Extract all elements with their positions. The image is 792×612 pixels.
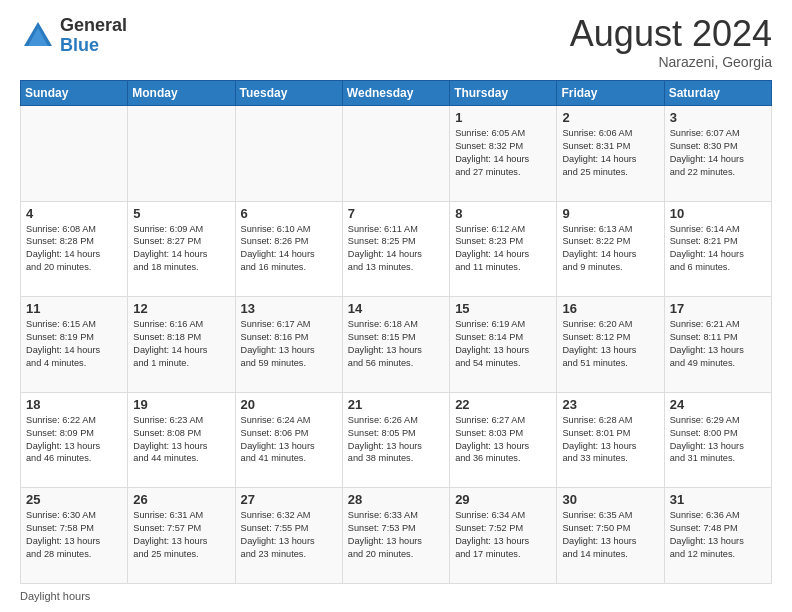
day-info: Sunrise: 6:27 AM Sunset: 8:03 PM Dayligh… xyxy=(455,414,551,466)
header: General Blue August 2024 Narazeni, Georg… xyxy=(20,16,772,70)
calendar-cell: 19Sunrise: 6:23 AM Sunset: 8:08 PM Dayli… xyxy=(128,392,235,488)
day-info: Sunrise: 6:34 AM Sunset: 7:52 PM Dayligh… xyxy=(455,509,551,561)
day-number: 26 xyxy=(133,492,229,507)
calendar-cell: 8Sunrise: 6:12 AM Sunset: 8:23 PM Daylig… xyxy=(450,201,557,297)
calendar-cell: 3Sunrise: 6:07 AM Sunset: 8:30 PM Daylig… xyxy=(664,106,771,202)
day-number: 30 xyxy=(562,492,658,507)
calendar-cell: 16Sunrise: 6:20 AM Sunset: 8:12 PM Dayli… xyxy=(557,297,664,393)
calendar-cell: 22Sunrise: 6:27 AM Sunset: 8:03 PM Dayli… xyxy=(450,392,557,488)
calendar-cell: 21Sunrise: 6:26 AM Sunset: 8:05 PM Dayli… xyxy=(342,392,449,488)
calendar-cell: 10Sunrise: 6:14 AM Sunset: 8:21 PM Dayli… xyxy=(664,201,771,297)
day-info: Sunrise: 6:31 AM Sunset: 7:57 PM Dayligh… xyxy=(133,509,229,561)
calendar-cell: 4Sunrise: 6:08 AM Sunset: 8:28 PM Daylig… xyxy=(21,201,128,297)
day-number: 23 xyxy=(562,397,658,412)
day-info: Sunrise: 6:29 AM Sunset: 8:00 PM Dayligh… xyxy=(670,414,766,466)
day-number: 6 xyxy=(241,206,337,221)
calendar-cell xyxy=(342,106,449,202)
calendar-week-row: 18Sunrise: 6:22 AM Sunset: 8:09 PM Dayli… xyxy=(21,392,772,488)
day-info: Sunrise: 6:12 AM Sunset: 8:23 PM Dayligh… xyxy=(455,223,551,275)
calendar-cell: 9Sunrise: 6:13 AM Sunset: 8:22 PM Daylig… xyxy=(557,201,664,297)
day-number: 13 xyxy=(241,301,337,316)
day-number: 11 xyxy=(26,301,122,316)
day-number: 15 xyxy=(455,301,551,316)
day-number: 2 xyxy=(562,110,658,125)
calendar-week-row: 4Sunrise: 6:08 AM Sunset: 8:28 PM Daylig… xyxy=(21,201,772,297)
day-number: 24 xyxy=(670,397,766,412)
calendar-cell: 28Sunrise: 6:33 AM Sunset: 7:53 PM Dayli… xyxy=(342,488,449,584)
calendar-cell: 20Sunrise: 6:24 AM Sunset: 8:06 PM Dayli… xyxy=(235,392,342,488)
day-info: Sunrise: 6:20 AM Sunset: 8:12 PM Dayligh… xyxy=(562,318,658,370)
day-of-week-header: Thursday xyxy=(450,81,557,106)
day-info: Sunrise: 6:21 AM Sunset: 8:11 PM Dayligh… xyxy=(670,318,766,370)
month-title: August 2024 xyxy=(570,16,772,52)
calendar-cell: 17Sunrise: 6:21 AM Sunset: 8:11 PM Dayli… xyxy=(664,297,771,393)
day-number: 28 xyxy=(348,492,444,507)
day-number: 5 xyxy=(133,206,229,221)
calendar-cell: 1Sunrise: 6:05 AM Sunset: 8:32 PM Daylig… xyxy=(450,106,557,202)
calendar-cell: 27Sunrise: 6:32 AM Sunset: 7:55 PM Dayli… xyxy=(235,488,342,584)
calendar-cell xyxy=(128,106,235,202)
page: General Blue August 2024 Narazeni, Georg… xyxy=(0,0,792,612)
calendar-cell: 25Sunrise: 6:30 AM Sunset: 7:58 PM Dayli… xyxy=(21,488,128,584)
calendar-cell: 7Sunrise: 6:11 AM Sunset: 8:25 PM Daylig… xyxy=(342,201,449,297)
day-info: Sunrise: 6:26 AM Sunset: 8:05 PM Dayligh… xyxy=(348,414,444,466)
day-info: Sunrise: 6:32 AM Sunset: 7:55 PM Dayligh… xyxy=(241,509,337,561)
day-number: 22 xyxy=(455,397,551,412)
day-of-week-header: Sunday xyxy=(21,81,128,106)
day-info: Sunrise: 6:36 AM Sunset: 7:48 PM Dayligh… xyxy=(670,509,766,561)
day-number: 19 xyxy=(133,397,229,412)
day-info: Sunrise: 6:14 AM Sunset: 8:21 PM Dayligh… xyxy=(670,223,766,275)
day-info: Sunrise: 6:28 AM Sunset: 8:01 PM Dayligh… xyxy=(562,414,658,466)
calendar-cell: 24Sunrise: 6:29 AM Sunset: 8:00 PM Dayli… xyxy=(664,392,771,488)
day-number: 29 xyxy=(455,492,551,507)
day-number: 21 xyxy=(348,397,444,412)
day-info: Sunrise: 6:35 AM Sunset: 7:50 PM Dayligh… xyxy=(562,509,658,561)
title-block: August 2024 Narazeni, Georgia xyxy=(570,16,772,70)
calendar-cell: 31Sunrise: 6:36 AM Sunset: 7:48 PM Dayli… xyxy=(664,488,771,584)
calendar-cell xyxy=(235,106,342,202)
day-info: Sunrise: 6:23 AM Sunset: 8:08 PM Dayligh… xyxy=(133,414,229,466)
calendar: SundayMondayTuesdayWednesdayThursdayFrid… xyxy=(20,80,772,584)
day-number: 9 xyxy=(562,206,658,221)
day-of-week-header: Friday xyxy=(557,81,664,106)
calendar-cell: 18Sunrise: 6:22 AM Sunset: 8:09 PM Dayli… xyxy=(21,392,128,488)
calendar-week-row: 11Sunrise: 6:15 AM Sunset: 8:19 PM Dayli… xyxy=(21,297,772,393)
day-info: Sunrise: 6:13 AM Sunset: 8:22 PM Dayligh… xyxy=(562,223,658,275)
day-number: 25 xyxy=(26,492,122,507)
day-info: Sunrise: 6:30 AM Sunset: 7:58 PM Dayligh… xyxy=(26,509,122,561)
day-info: Sunrise: 6:07 AM Sunset: 8:30 PM Dayligh… xyxy=(670,127,766,179)
day-of-week-header: Saturday xyxy=(664,81,771,106)
day-info: Sunrise: 6:33 AM Sunset: 7:53 PM Dayligh… xyxy=(348,509,444,561)
day-info: Sunrise: 6:16 AM Sunset: 8:18 PM Dayligh… xyxy=(133,318,229,370)
day-info: Sunrise: 6:19 AM Sunset: 8:14 PM Dayligh… xyxy=(455,318,551,370)
calendar-cell: 15Sunrise: 6:19 AM Sunset: 8:14 PM Dayli… xyxy=(450,297,557,393)
calendar-cell: 26Sunrise: 6:31 AM Sunset: 7:57 PM Dayli… xyxy=(128,488,235,584)
day-info: Sunrise: 6:24 AM Sunset: 8:06 PM Dayligh… xyxy=(241,414,337,466)
day-info: Sunrise: 6:06 AM Sunset: 8:31 PM Dayligh… xyxy=(562,127,658,179)
day-number: 18 xyxy=(26,397,122,412)
logo: General Blue xyxy=(20,16,127,56)
calendar-cell xyxy=(21,106,128,202)
calendar-cell: 13Sunrise: 6:17 AM Sunset: 8:16 PM Dayli… xyxy=(235,297,342,393)
day-info: Sunrise: 6:10 AM Sunset: 8:26 PM Dayligh… xyxy=(241,223,337,275)
calendar-header-row: SundayMondayTuesdayWednesdayThursdayFrid… xyxy=(21,81,772,106)
day-of-week-header: Monday xyxy=(128,81,235,106)
day-info: Sunrise: 6:08 AM Sunset: 8:28 PM Dayligh… xyxy=(26,223,122,275)
day-number: 20 xyxy=(241,397,337,412)
day-number: 7 xyxy=(348,206,444,221)
day-info: Sunrise: 6:22 AM Sunset: 8:09 PM Dayligh… xyxy=(26,414,122,466)
location-subtitle: Narazeni, Georgia xyxy=(570,54,772,70)
calendar-cell: 6Sunrise: 6:10 AM Sunset: 8:26 PM Daylig… xyxy=(235,201,342,297)
calendar-cell: 29Sunrise: 6:34 AM Sunset: 7:52 PM Dayli… xyxy=(450,488,557,584)
day-number: 16 xyxy=(562,301,658,316)
day-info: Sunrise: 6:09 AM Sunset: 8:27 PM Dayligh… xyxy=(133,223,229,275)
day-number: 27 xyxy=(241,492,337,507)
logo-general: General xyxy=(60,16,127,36)
day-info: Sunrise: 6:17 AM Sunset: 8:16 PM Dayligh… xyxy=(241,318,337,370)
day-number: 31 xyxy=(670,492,766,507)
day-number: 8 xyxy=(455,206,551,221)
day-of-week-header: Wednesday xyxy=(342,81,449,106)
day-number: 3 xyxy=(670,110,766,125)
day-info: Sunrise: 6:11 AM Sunset: 8:25 PM Dayligh… xyxy=(348,223,444,275)
calendar-cell: 23Sunrise: 6:28 AM Sunset: 8:01 PM Dayli… xyxy=(557,392,664,488)
